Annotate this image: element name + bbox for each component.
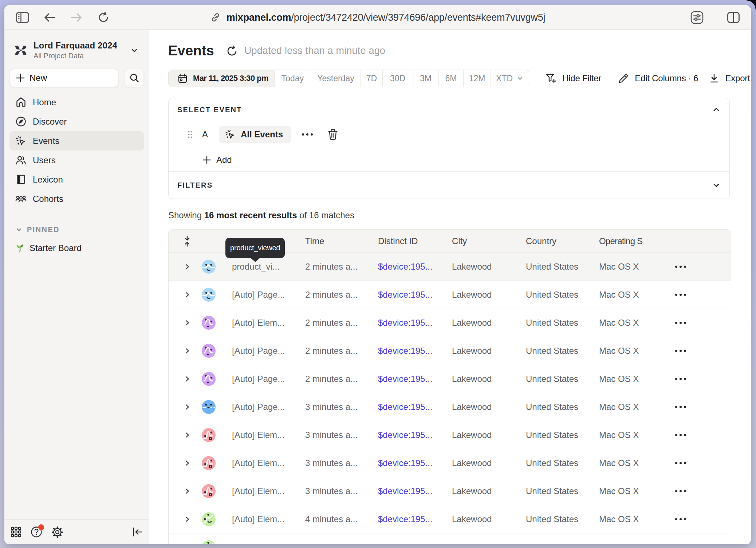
row-actions-icon[interactable] — [674, 518, 687, 521]
row-actions-icon[interactable] — [674, 265, 687, 268]
cell-distinct-id[interactable]: $device:195... — [378, 486, 432, 496]
sidebar-item-users[interactable]: Users — [9, 150, 144, 170]
expand-row-icon[interactable] — [183, 459, 191, 467]
row-actions-icon[interactable] — [674, 321, 687, 324]
cell-distinct-id[interactable]: $device:195... — [378, 262, 432, 272]
drag-handle-icon[interactable] — [188, 130, 193, 138]
apps-grid-icon[interactable] — [11, 527, 21, 537]
pinned-section-header[interactable]: PINNED — [15, 225, 149, 234]
expand-row-icon[interactable] — [183, 487, 191, 495]
cell-distinct-id[interactable]: $device:195... — [378, 430, 432, 440]
reload-icon[interactable] — [94, 9, 113, 26]
forward-icon[interactable] — [67, 9, 86, 26]
collapse-rows-icon[interactable] — [182, 236, 192, 247]
date-preset-30d[interactable]: 30D — [383, 70, 413, 87]
sidebar-item-events[interactable]: Events — [9, 131, 144, 150]
hide-filter-button[interactable]: Hide Filter — [546, 73, 601, 84]
sidebar-item-starter-board[interactable]: Starter Board — [15, 243, 149, 253]
column-header-city[interactable]: City — [452, 236, 467, 246]
date-preset-yesterday[interactable]: Yesterday — [311, 70, 361, 87]
date-preset-6m[interactable]: 6M — [439, 70, 464, 87]
table-row[interactable] — [169, 533, 731, 544]
cell-distinct-id[interactable]: $device:195... — [378, 514, 432, 524]
help-button[interactable] — [30, 526, 43, 538]
new-button[interactable]: New — [10, 69, 118, 87]
cell-event-name[interactable]: [Auto] Elem... — [232, 458, 284, 468]
row-actions-icon[interactable] — [674, 406, 687, 408]
expand-row-icon[interactable] — [183, 291, 191, 299]
cell-event-name[interactable]: [Auto] Page... — [232, 374, 285, 384]
cell-distinct-id[interactable]: $device:195... — [378, 346, 432, 356]
table-row[interactable]: [Auto] Page... 2 minutes a... $device:19… — [169, 281, 731, 309]
table-row[interactable]: [Auto] Elem... 3 minutes a... $device:19… — [169, 449, 731, 477]
column-header-country[interactable]: Country — [526, 236, 556, 246]
expand-row-icon[interactable] — [183, 263, 191, 271]
cell-event-name[interactable]: [Auto] Elem... — [232, 486, 284, 496]
row-actions-icon[interactable] — [674, 490, 687, 493]
edit-columns-button[interactable]: Edit Columns · 6 — [618, 73, 698, 84]
trash-icon[interactable] — [328, 129, 338, 140]
date-preset-12m[interactable]: 12M — [464, 70, 491, 87]
back-icon[interactable] — [40, 9, 59, 26]
expand-row-icon[interactable] — [183, 515, 191, 523]
event-options-icon[interactable] — [301, 133, 314, 136]
page-settings-icon[interactable] — [688, 9, 706, 26]
column-header-os[interactable]: Operating S — [599, 236, 643, 246]
sidebar-item-discover[interactable]: Discover — [9, 112, 144, 131]
chevron-up-icon[interactable] — [712, 105, 721, 114]
date-preset-3m[interactable]: 3M — [413, 70, 439, 87]
collapse-sidebar-icon[interactable] — [132, 527, 143, 537]
workspace-switcher[interactable]: Lord Farquaad 2024 All Project Data — [15, 41, 142, 60]
all-events-chip[interactable]: All Events — [219, 126, 291, 143]
expand-row-icon[interactable] — [183, 375, 191, 383]
sidebar-item-lexicon[interactable]: Lexicon — [9, 170, 144, 189]
sidebar-item-cohorts[interactable]: Cohorts — [9, 189, 144, 208]
row-actions-icon[interactable] — [674, 434, 687, 437]
filters-header[interactable]: FILTERS — [177, 172, 721, 199]
search-button[interactable] — [125, 69, 144, 87]
cell-event-name[interactable]: product_vi... — [232, 262, 280, 272]
chevron-down-icon[interactable] — [712, 181, 721, 189]
expand-row-icon[interactable] — [183, 403, 191, 411]
settings-gear-icon[interactable] — [51, 526, 63, 538]
select-event-header[interactable]: SELECT EVENT — [177, 98, 721, 121]
table-row[interactable]: [Auto] Elem... 3 minutes a... $device:19… — [169, 421, 731, 449]
cell-event-name[interactable]: [Auto] Elem... — [232, 430, 284, 440]
split-view-icon[interactable] — [724, 9, 743, 26]
cell-event-name[interactable]: [Auto] Page... — [232, 290, 285, 300]
refresh-icon[interactable] — [226, 45, 238, 57]
export-button[interactable]: Export — [709, 73, 750, 83]
column-header-time[interactable]: Time — [305, 236, 324, 246]
cell-event-name[interactable]: [Auto] Page... — [232, 346, 285, 356]
cell-distinct-id[interactable]: $device:195... — [378, 318, 432, 328]
sidebar-item-home[interactable]: Home — [9, 93, 144, 112]
cell-distinct-id[interactable]: $device:195... — [378, 290, 432, 300]
date-preset-7d[interactable]: 7D — [361, 70, 383, 87]
row-actions-icon[interactable] — [674, 349, 687, 352]
table-row[interactable]: [Auto] Elem... 3 minutes a... $device:19… — [169, 477, 731, 505]
date-preset-today[interactable]: Today — [275, 70, 311, 87]
url-bar[interactable]: mixpanel.com/project/3472420/view/397469… — [210, 5, 546, 30]
table-row[interactable]: [Auto] Elem... 2 minutes a... $device:19… — [169, 309, 731, 337]
cell-event-name[interactable]: [Auto] Elem... — [232, 318, 284, 328]
table-row[interactable]: [Auto] Page... 2 minutes a... $device:19… — [169, 365, 731, 393]
table-row[interactable]: [Auto] Page... 2 minutes a... $device:19… — [169, 337, 731, 365]
expand-row-icon[interactable] — [183, 431, 191, 439]
table-row[interactable]: [Auto] Elem... 4 minutes a... $device:19… — [169, 505, 731, 533]
cell-event-name[interactable]: [Auto] Elem... — [232, 514, 284, 524]
date-preset-xtd[interactable]: XTD — [491, 70, 529, 87]
expand-row-icon[interactable] — [183, 347, 191, 355]
cell-distinct-id[interactable]: $device:195... — [378, 458, 432, 468]
table-row[interactable]: [Auto] Page... 3 minutes a... $device:19… — [169, 393, 731, 421]
row-actions-icon[interactable] — [674, 293, 687, 296]
add-event-button[interactable]: Add — [202, 155, 721, 165]
cell-distinct-id[interactable]: $device:195... — [378, 374, 432, 384]
column-header-distinct-id[interactable]: Distinct ID — [378, 236, 418, 246]
sidebar-toggle-icon[interactable] — [13, 9, 32, 26]
cell-distinct-id[interactable]: $device:195... — [378, 402, 432, 412]
row-actions-icon[interactable] — [674, 462, 687, 465]
cell-event-name[interactable]: [Auto] Page... — [232, 402, 285, 412]
date-current[interactable]: Mar 11, 2025 3:30 pm — [169, 70, 275, 87]
expand-row-icon[interactable] — [183, 319, 191, 327]
row-actions-icon[interactable] — [674, 377, 687, 380]
